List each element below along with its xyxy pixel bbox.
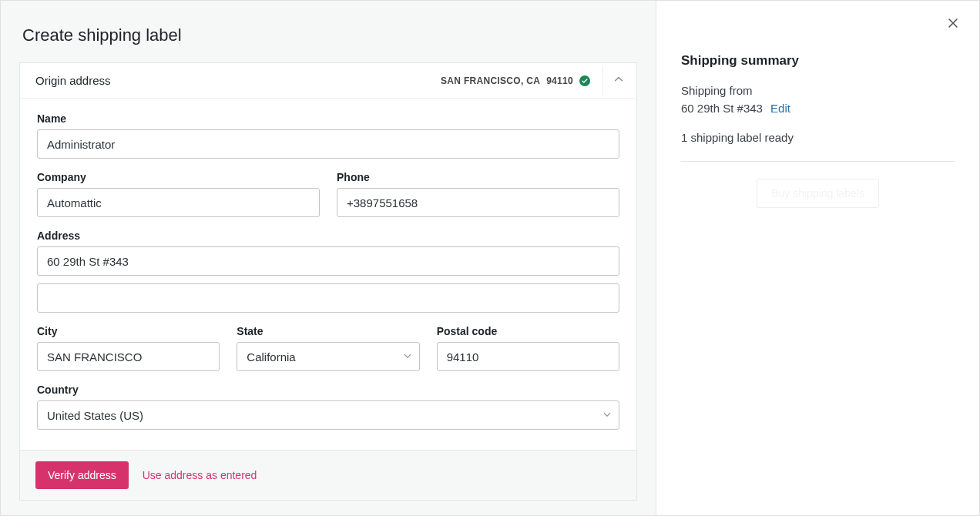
name-input[interactable]: [37, 129, 619, 159]
address-field: Address: [37, 230, 619, 313]
shipping-from-label: Shipping from: [681, 82, 955, 100]
postal-input[interactable]: [437, 342, 619, 371]
close-icon: [947, 17, 959, 32]
company-field: Company: [37, 171, 320, 217]
close-button[interactable]: [944, 15, 962, 33]
city-field: City: [37, 325, 220, 371]
shipping-from-address: 60 29th St #343: [681, 102, 763, 115]
state-select[interactable]: California: [237, 342, 419, 371]
postal-label: Postal code: [437, 325, 619, 337]
city-label: City: [37, 325, 220, 337]
phone-input[interactable]: [337, 188, 619, 217]
origin-summary-city: SAN FRANCISCO, CA: [441, 75, 540, 86]
state-field: State California: [237, 325, 419, 371]
edit-address-link[interactable]: Edit: [770, 102, 790, 115]
summary-heading: Shipping summary: [681, 53, 955, 69]
verify-address-button[interactable]: Verify address: [35, 461, 129, 489]
origin-card-header: Origin address SAN FRANCISCO, CA 94110: [20, 63, 636, 99]
city-input[interactable]: [37, 342, 220, 371]
phone-label: Phone: [337, 171, 619, 183]
main-panel: Create shipping label Origin address SAN…: [1, 1, 656, 515]
use-as-entered-link[interactable]: Use address as entered: [143, 469, 257, 481]
shipping-from-block: Shipping from 60 29th St #343 Edit: [681, 82, 955, 117]
address2-input[interactable]: [37, 283, 619, 313]
origin-card-body: Name Company Phone Ad: [20, 99, 636, 450]
state-label: State: [237, 325, 419, 337]
origin-summary-zip: 94110: [546, 75, 573, 86]
origin-address-card: Origin address SAN FRANCISCO, CA 94110: [19, 62, 637, 451]
check-circle-icon: [579, 75, 590, 86]
name-field: Name: [37, 112, 619, 159]
labels-ready-text: 1 shipping label ready: [681, 131, 955, 144]
country-select[interactable]: United States (US): [37, 400, 619, 430]
address-label: Address: [37, 230, 619, 242]
country-label: Country: [37, 384, 619, 396]
phone-field: Phone: [337, 171, 619, 217]
summary-divider: [681, 161, 955, 162]
company-input[interactable]: [37, 188, 320, 217]
origin-card-title: Origin address: [35, 74, 433, 87]
company-label: Company: [37, 171, 320, 183]
address-input[interactable]: [37, 246, 619, 276]
collapse-toggle[interactable]: [602, 65, 633, 96]
shipping-label-modal: Create shipping label Origin address SAN…: [0, 0, 980, 516]
origin-card-summary: SAN FRANCISCO, CA 94110: [441, 75, 590, 86]
summary-sidebar: Shipping summary Shipping from 60 29th S…: [656, 1, 979, 515]
origin-card-footer: Verify address Use address as entered: [19, 451, 637, 501]
page-title: Create shipping label: [1, 19, 656, 62]
chevron-up-icon: [613, 74, 624, 87]
postal-field: Postal code: [437, 325, 619, 371]
country-field: Country United States (US): [37, 384, 619, 430]
name-label: Name: [37, 112, 619, 125]
buy-shipping-labels-button[interactable]: Buy shipping labels: [757, 179, 879, 208]
